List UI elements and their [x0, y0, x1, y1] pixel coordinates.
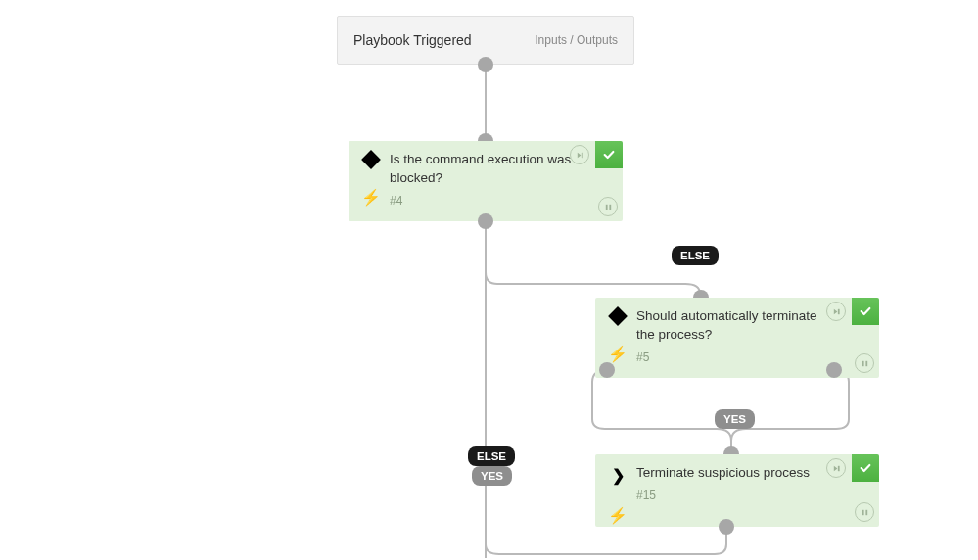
skip-button[interactable]: [826, 302, 846, 321]
bolt-icon: ⚡: [361, 188, 381, 207]
status-success-icon: [852, 454, 879, 482]
step-number: #5: [636, 350, 830, 364]
pause-button[interactable]: [855, 502, 874, 522]
branch-label-else-bottom: ELSE: [468, 446, 515, 466]
bolt-icon: ⚡: [608, 506, 628, 525]
branch-label-yes-bottom: YES: [472, 466, 512, 486]
step3-out-port[interactable]: [719, 519, 734, 535]
step-node-15[interactable]: ❯ ⚡ Terminate suspicious process #15: [595, 454, 879, 527]
step-node-4[interactable]: ⚡ Is the command execution was blocked? …: [349, 141, 623, 221]
bolt-icon: ⚡: [608, 345, 628, 363]
step-number: #4: [390, 194, 574, 208]
skip-button[interactable]: [570, 145, 589, 164]
status-success-icon: [595, 141, 623, 168]
step-question: Is the command execution was blocked?: [390, 151, 574, 188]
pause-button[interactable]: [855, 353, 874, 373]
step-question: Terminate suspicious process: [636, 464, 830, 483]
condition-diamond-icon: [608, 306, 628, 326]
branch-label-yes: YES: [715, 409, 755, 429]
step-number: #15: [636, 489, 830, 502]
trigger-sub[interactable]: Inputs / Outputs: [535, 33, 618, 47]
status-success-icon: [852, 298, 879, 325]
skip-button[interactable]: [826, 458, 846, 478]
step2-out-port-left[interactable]: [599, 362, 615, 378]
trigger-title: Playbook Triggered: [353, 32, 472, 48]
trigger-out-port[interactable]: [478, 57, 493, 72]
condition-diamond-icon: [361, 150, 381, 169]
step2-out-port-right[interactable]: [826, 362, 842, 378]
step1-out-port[interactable]: [478, 213, 493, 229]
branch-label-else: ELSE: [672, 246, 719, 265]
pause-button[interactable]: [598, 197, 618, 216]
step-question: Should automatically terminate the proce…: [636, 307, 830, 345]
action-chevron-icon: ❯: [612, 466, 625, 485]
